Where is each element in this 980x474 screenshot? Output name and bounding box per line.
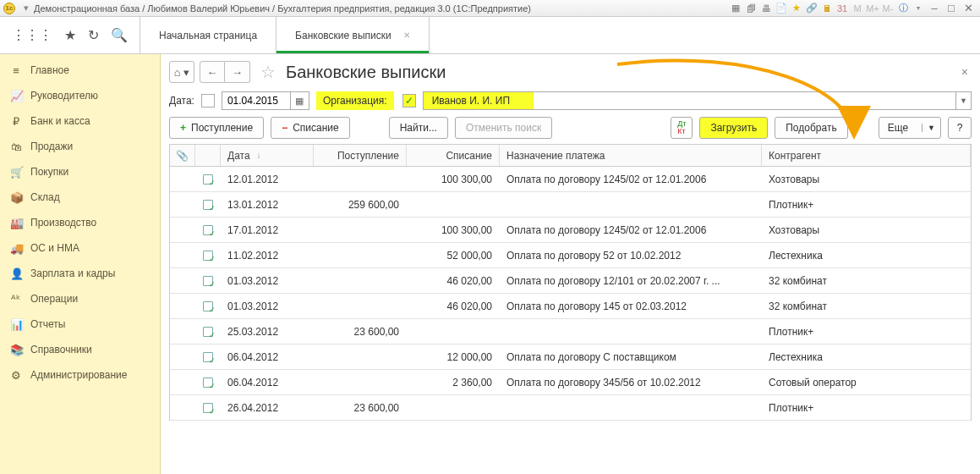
- cell-attachment: [170, 395, 195, 420]
- pick-button[interactable]: Подобрать: [775, 117, 847, 139]
- cell-date: 13.01.2012: [221, 192, 314, 217]
- help-drop-icon[interactable]: ▾: [912, 3, 925, 14]
- sidebar-item-label: Отчеты: [30, 318, 65, 330]
- sidebar-item[interactable]: ⚙Администрирование: [0, 362, 160, 388]
- table-row[interactable]: 06.04.201212 000,00Оплата по договору С …: [170, 344, 971, 370]
- sidebar-item[interactable]: 📊Отчеты: [0, 311, 160, 337]
- star-icon[interactable]: ★: [64, 27, 76, 43]
- sidebar-item[interactable]: 📚Справочники: [0, 337, 160, 362]
- cell-purpose: Оплата по договору С поставщиком: [500, 344, 762, 369]
- find-label: Найти...: [400, 122, 437, 134]
- sidebar-item-label: Склад: [30, 191, 60, 203]
- sidebar-item-label: Зарплата и кадры: [30, 267, 115, 279]
- org-filter-checkbox[interactable]: ✓: [402, 94, 416, 107]
- table-row[interactable]: 25.03.201223 600,00Плотник+: [170, 319, 971, 344]
- document-posted-icon: [203, 225, 213, 235]
- table-row[interactable]: 11.02.201252 000,00Оплата по договору 52…: [170, 243, 971, 268]
- col-attachment[interactable]: 📎: [170, 145, 195, 166]
- table-row[interactable]: 01.03.201246 020,00Оплата по договору 14…: [170, 294, 971, 319]
- document-posted-icon: [203, 174, 213, 185]
- col-purpose[interactable]: Назначение платежа: [500, 145, 762, 166]
- link-icon[interactable]: 🔗: [805, 3, 818, 14]
- table-row[interactable]: 06.04.20122 360,00Оплата по договору 345…: [170, 370, 971, 395]
- cell-purpose: Оплата по договору 345/56 от 10.02.2012: [500, 370, 762, 394]
- table-row[interactable]: 26.04.201223 600,00Плотник+: [170, 395, 971, 421]
- date-picker-icon[interactable]: ▦: [290, 92, 309, 109]
- calendar-icon[interactable]: 31: [835, 3, 849, 14]
- date-input[interactable]: [222, 92, 290, 109]
- table-row[interactable]: 17.01.2012100 300,00Оплата по договору 1…: [170, 218, 971, 243]
- cell-receipt: [314, 268, 407, 293]
- sidebar-item[interactable]: 🛒Покупки: [0, 159, 160, 185]
- dtkt-button[interactable]: ДтКт: [671, 117, 693, 139]
- org-dropdown-icon[interactable]: ▼: [955, 92, 971, 109]
- sidebar-item[interactable]: ᴬᵏОперации: [0, 286, 160, 311]
- sidebar-item[interactable]: 🚚ОС и НМА: [0, 235, 160, 261]
- sidebar-item[interactable]: ≡Главное: [0, 58, 160, 83]
- tab-bank-statements[interactable]: Банковские выписки ✕: [276, 17, 430, 53]
- dtkt-icon: ДтКт: [677, 120, 686, 135]
- cell-writeoff: 46 020,00: [407, 294, 500, 318]
- cell-counterparty: Хозтовары: [762, 218, 971, 242]
- load-button[interactable]: Загрузить: [699, 117, 768, 139]
- cell-date: 06.04.2012: [221, 344, 314, 369]
- minimize-button[interactable]: –: [927, 3, 942, 14]
- apps-grid-icon[interactable]: ⋮⋮⋮: [12, 27, 52, 43]
- app-menu-dropdown-icon[interactable]: ▾: [24, 3, 29, 14]
- m-icon[interactable]: M: [851, 3, 864, 14]
- table-row[interactable]: 01.03.201246 020,00Оплата по договору 12…: [170, 268, 971, 294]
- col-counterparty[interactable]: Контрагент: [762, 145, 971, 166]
- col-writeoff[interactable]: Списание: [407, 145, 500, 166]
- sidebar-item[interactable]: 📦Склад: [0, 185, 160, 210]
- m-minus-icon[interactable]: M-: [881, 3, 895, 14]
- close-button[interactable]: ✕: [961, 3, 976, 14]
- toolbar-icon-1[interactable]: ▦: [729, 3, 742, 14]
- calc-icon[interactable]: 🖩: [820, 3, 834, 14]
- col-state[interactable]: [195, 145, 221, 166]
- sidebar-item-label: Покупки: [30, 166, 68, 178]
- nav-back-button[interactable]: ←: [200, 61, 225, 83]
- sidebar-item[interactable]: 📈Руководителю: [0, 83, 160, 108]
- sidebar-item-icon: 📚: [10, 344, 22, 356]
- home-button[interactable]: ⌂ ▾: [169, 61, 194, 83]
- maximize-button[interactable]: □: [944, 3, 959, 14]
- tab-close-icon[interactable]: ✕: [403, 30, 410, 40]
- col-receipt[interactable]: Поступление: [314, 145, 407, 166]
- more-button[interactable]: Еще▼: [879, 117, 941, 139]
- receipt-button[interactable]: +Поступление: [169, 117, 264, 139]
- sidebar-item-icon: 📊: [10, 318, 22, 331]
- toolbar-icon-2[interactable]: 🗐: [744, 3, 758, 14]
- find-button[interactable]: Найти...: [389, 117, 448, 139]
- sidebar-item[interactable]: 🏭Производство: [0, 210, 160, 235]
- help-button[interactable]: ?: [948, 117, 972, 139]
- plus-icon: +: [180, 122, 186, 134]
- page-close-icon[interactable]: ×: [958, 62, 972, 82]
- nav-forward-button[interactable]: →: [225, 61, 250, 83]
- search-icon[interactable]: 🔍: [111, 27, 128, 43]
- date-filter-checkbox[interactable]: [201, 94, 215, 107]
- sidebar-item[interactable]: ₽Банк и касса: [0, 108, 160, 134]
- writeoff-button[interactable]: −Списание: [271, 117, 350, 139]
- table-row[interactable]: 12.01.2012100 300,00Оплата по договору 1…: [170, 167, 971, 192]
- toolbar-icon-3[interactable]: 🖶: [759, 3, 773, 14]
- col-date[interactable]: Дата: [221, 145, 314, 166]
- more-dropdown-icon[interactable]: ▼: [922, 124, 940, 132]
- favorite-icon[interactable]: ★: [790, 3, 803, 14]
- help-icon[interactable]: ⓘ: [896, 3, 910, 14]
- document-posted-icon: [203, 276, 213, 286]
- page-favorite-icon[interactable]: ☆: [260, 62, 276, 82]
- cell-attachment: [170, 243, 195, 267]
- sidebar-item[interactable]: 👤Зарплата и кадры: [0, 261, 160, 286]
- table-row[interactable]: 13.01.2012259 600,00Плотник+: [170, 192, 971, 218]
- cell-state: [195, 370, 221, 394]
- cancel-find-button[interactable]: Отменить поиск: [455, 117, 552, 139]
- tab-home-label: Начальная страница: [159, 30, 257, 41]
- sidebar-item-icon: ≡: [10, 64, 22, 77]
- sidebar-item[interactable]: 🛍Продажи: [0, 134, 160, 159]
- tab-home[interactable]: Начальная страница: [140, 17, 276, 53]
- m-plus-icon[interactable]: M+: [866, 3, 879, 14]
- history-icon[interactable]: ↻: [88, 27, 99, 43]
- org-field[interactable]: Иванов И. И. ИП ▼: [423, 91, 972, 110]
- receipt-label: Поступление: [191, 122, 253, 134]
- toolbar-icon-4[interactable]: 📄: [775, 3, 788, 14]
